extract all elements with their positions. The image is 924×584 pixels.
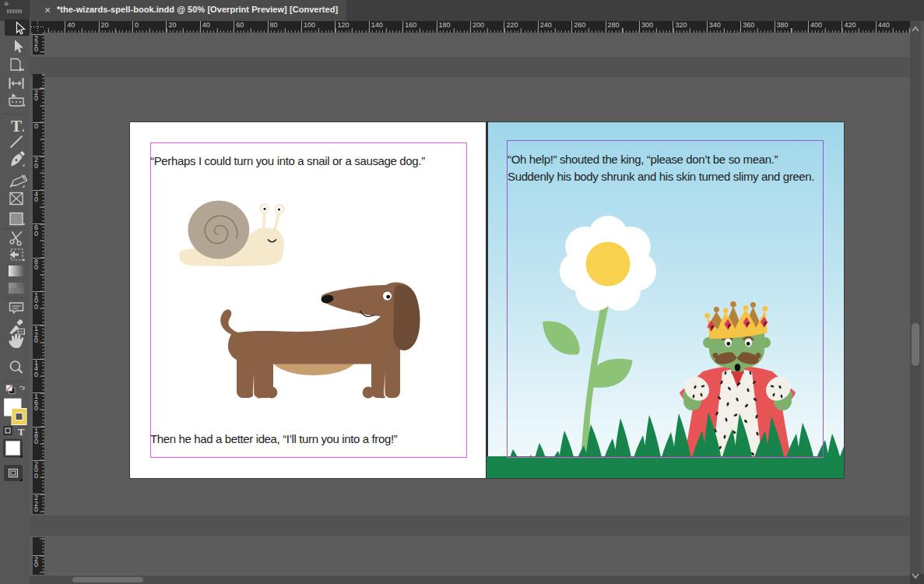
svg-text:T: T: [11, 117, 22, 135]
svg-text:T: T: [18, 426, 25, 438]
